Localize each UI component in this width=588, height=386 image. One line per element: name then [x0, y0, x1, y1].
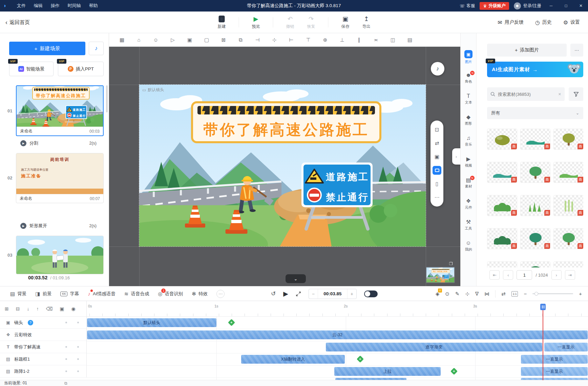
align-center-h-icon[interactable]: ⊹	[270, 37, 278, 43]
clip-flip-enter[interactable]: X轴翻转进入	[241, 355, 345, 364]
playhead-line[interactable]	[543, 310, 543, 380]
display-mode-button[interactable]	[433, 166, 441, 175]
track-options[interactable]	[65, 358, 79, 360]
align-bottom-icon[interactable]: ⊥	[338, 37, 346, 43]
tab-image[interactable]: ▣ 图片	[461, 47, 477, 68]
settings-button[interactable]: ⚙设置	[563, 19, 580, 26]
foreground-button[interactable]: ◨前景	[35, 291, 51, 297]
asset-round-tree[interactable]: 商	[520, 162, 550, 183]
background-button[interactable]: ▤背景	[10, 291, 26, 297]
filter-icon[interactable]: ∇	[475, 291, 479, 297]
menu-edit[interactable]: 编辑	[30, 0, 47, 12]
send-icon[interactable]: ▷	[169, 37, 177, 43]
pin-icon[interactable]: ⊹	[465, 291, 469, 297]
minimize-button[interactable]: ─	[546, 0, 556, 12]
save-button[interactable]: ▣保存	[341, 16, 350, 29]
clip-cloud-32[interactable]: 云-32	[87, 330, 588, 339]
distribute-v-icon[interactable]: ≍	[372, 37, 380, 43]
panel-more-button[interactable]: ⋯	[570, 44, 583, 57]
next-page-button[interactable]: ›	[551, 270, 562, 280]
lock-icon[interactable]: ▣	[186, 37, 194, 43]
asset-teal-grass-thin[interactable]: 商	[487, 162, 517, 183]
add-animation-button[interactable]: +	[450, 368, 458, 375]
asset-flat-grass[interactable]: 商	[553, 162, 583, 183]
upgrade-button[interactable]: ♛升级账户	[480, 2, 509, 10]
tts-button[interactable]: ≋语音合成	[124, 291, 149, 297]
preview-toggle[interactable]	[364, 291, 378, 297]
scene-music-fab[interactable]: ♪	[431, 62, 444, 76]
track-options[interactable]	[65, 346, 79, 348]
track-label-cloud-effect[interactable]: ❖ 云彩特效	[0, 329, 87, 341]
search-box[interactable]: ✕	[487, 87, 565, 101]
flip-icon[interactable]: ⇄	[430, 136, 443, 150]
clip-always-show[interactable]: 一直显示	[521, 367, 588, 376]
minimap[interactable]	[426, 267, 455, 283]
scene-card-3[interactable]	[16, 236, 104, 274]
clear-search-icon[interactable]: ✕	[558, 92, 561, 96]
tab-mine[interactable]: ☺ 我的	[461, 236, 477, 257]
canvas-area[interactable]: ▭ 默认镜头 ♪ ⊡⇄▣▯⋯ › ⌄ ❐	[109, 47, 460, 286]
login-button[interactable]: ☻登录/注册	[514, 2, 541, 9]
timeline-collapse-tab[interactable]: ⌄	[286, 274, 306, 283]
timeline-ruler[interactable]: 0s 1s 2s 3s	[87, 301, 588, 317]
edit-icon[interactable]: ✎	[455, 291, 460, 297]
visibility-icon[interactable]: ◉	[71, 306, 76, 312]
replay-icon[interactable]: ↺	[271, 290, 276, 297]
add-image-button[interactable]: + 添加图片	[487, 44, 567, 57]
clip-text-animation[interactable]: 逐字渐变	[326, 343, 542, 351]
asr-button[interactable]: ◎1语音识别	[158, 291, 183, 297]
search-input[interactable]	[498, 92, 555, 97]
tab-tool[interactable]: ⚒ 工具	[461, 215, 477, 236]
one-to-one-zoom-button[interactable]: 1:1	[511, 291, 518, 297]
smart-scene-button[interactable]: VIP AI 智能场景	[9, 62, 54, 76]
filter-button[interactable]	[569, 87, 583, 101]
asset-green-bush[interactable]: 商	[487, 261, 517, 267]
undo-button[interactable]: ↶撤销	[286, 16, 294, 29]
new-scene-button[interactable]: +新建场景	[9, 42, 85, 55]
tab-text[interactable]: T 文本	[461, 89, 477, 110]
subtitle-button[interactable]: CC字幕	[60, 291, 79, 297]
category-dropdown[interactable]: 所有 ⌄	[487, 107, 583, 119]
playhead-handle[interactable]	[540, 304, 546, 310]
lock-icon[interactable]: ▣	[60, 306, 64, 312]
zoom-in-icon[interactable]: +	[579, 291, 582, 297]
delete-icon[interactable]: ⊠	[219, 37, 228, 43]
transition-row-2[interactable]: ▶ 矩形展开 2(s)	[20, 222, 97, 230]
tab-character[interactable]: ☻N 角色	[461, 68, 477, 89]
fullscreen-icon[interactable]	[296, 291, 301, 297]
asset-trunk-tree[interactable]: 商	[553, 228, 583, 249]
tab-material[interactable]: ▤N 素材	[461, 173, 477, 194]
add-animation-button[interactable]: +	[228, 319, 235, 326]
stage[interactable]: ▭ 默认镜头	[139, 85, 426, 246]
tab-video[interactable]: ▶ 视频	[461, 152, 477, 173]
maximize-button[interactable]: □	[561, 0, 571, 12]
clip-default-camera[interactable]: 默认镜头	[87, 318, 216, 327]
paste-icon[interactable]: ▤	[406, 37, 414, 43]
track-options[interactable]	[65, 370, 79, 372]
page-input[interactable]	[517, 270, 532, 280]
asset-teal-tree[interactable]: 商	[520, 228, 550, 249]
feedback-button[interactable]: ✉用户反馈	[498, 19, 523, 26]
copy-icon[interactable]: ◫	[389, 37, 397, 43]
first-page-button[interactable]: ⇤	[489, 270, 500, 280]
align-middle-icon[interactable]: ⊕	[321, 37, 329, 43]
more-tools-button[interactable]: ⋯	[216, 290, 225, 298]
emoji-icon[interactable]: ☺	[152, 37, 160, 43]
track-options[interactable]	[65, 322, 79, 323]
tab-music[interactable]: ♫ 音乐	[461, 131, 477, 152]
asset-olive-bush[interactable]: 商	[487, 129, 517, 150]
home-icon[interactable]: ⌂	[135, 37, 143, 43]
redo-button[interactable]: ↷恢复	[307, 16, 315, 29]
move-up-icon[interactable]: ↑	[36, 306, 39, 312]
time-increase-button[interactable]: +	[348, 289, 356, 299]
ai-generate-banner[interactable]: VIP AI生成图片素材→	[487, 62, 583, 77]
align-right-icon[interactable]: ⊢	[287, 37, 295, 43]
close-button[interactable]: ✕	[576, 0, 586, 12]
history-button[interactable]: ◷历史	[535, 19, 552, 26]
delete-icon[interactable]: ⌫	[46, 306, 52, 312]
duplicate-icon[interactable]: ⧉	[64, 381, 67, 386]
lock-icon[interactable]: ▣	[430, 150, 443, 164]
clip-always-show[interactable]: 一直显示	[544, 343, 588, 351]
transition-row-1[interactable]: ▶ 分割 2(s)	[20, 140, 97, 147]
back-home-button[interactable]: ‹ 返回首页	[5, 12, 30, 33]
